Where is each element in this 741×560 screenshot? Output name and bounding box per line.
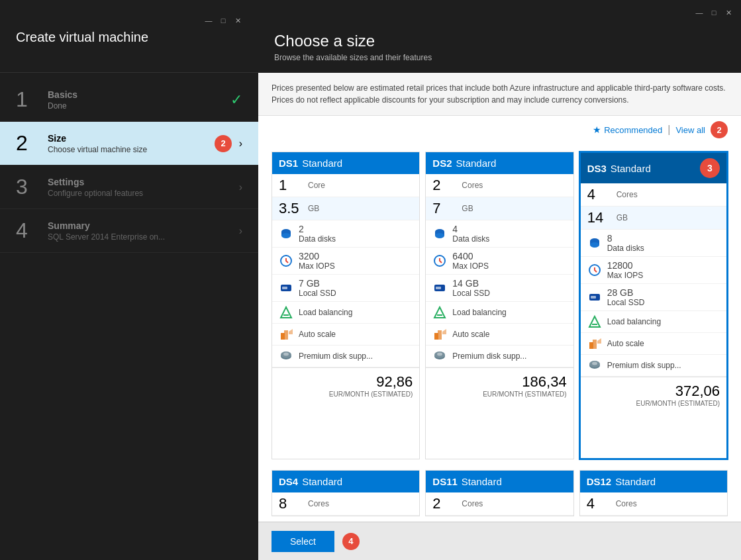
recommended-bar: ★ Recommended | View all 2 xyxy=(258,116,741,144)
svg-point-15 xyxy=(435,233,444,238)
ds11-tier: Standard xyxy=(462,476,502,487)
ds3-scale-label: Auto scale xyxy=(607,339,644,348)
ds2-price: 186,34 EUR/MONTH (ESTIMATED) xyxy=(426,367,573,403)
ds3-ssd-val: 28 GB xyxy=(607,287,645,298)
vm-card-ds1[interactable]: DS1 Standard 1 Core 3.5 GB 2 xyxy=(272,152,420,459)
step-4-content: Summary SQL Server 2014 Enterprise on... xyxy=(48,220,239,242)
ds2-iops-val: 6400 xyxy=(452,251,489,261)
ds1-datadisks-val: 2 xyxy=(299,224,336,234)
step-1-basics[interactable]: 1 Basics Done ✓ xyxy=(0,78,258,122)
ds1-iops-row: 3200 Max IOPS xyxy=(272,248,419,275)
step-3-content: Settings Configure optional features xyxy=(48,177,239,198)
ds2-ssd-row: 14 GB Local SSD xyxy=(426,275,573,302)
step-2-number: 2 xyxy=(16,131,42,156)
page-subtitle: Browse the available sizes and their fea… xyxy=(274,53,725,62)
step-2-badge: 2 xyxy=(215,135,232,152)
vm-card-ds3-header: DS3 Standard 3 xyxy=(581,153,726,183)
step-3-settings[interactable]: 3 Settings Configure optional features › xyxy=(0,165,258,209)
vm-card-ds3[interactable]: DS3 Standard 3 4 Cores 14 GB xyxy=(579,152,728,459)
ds2-iops-label: Max IOPS xyxy=(452,261,489,271)
ds3-lb-label: Load balancing xyxy=(607,317,661,326)
ds1-disk-label: Premium disk supp... xyxy=(299,351,373,361)
svg-rect-18 xyxy=(436,287,441,289)
separator: | xyxy=(667,124,670,136)
ds3-iops-label: Max IOPS xyxy=(607,271,644,280)
badge-3: 3 xyxy=(700,158,720,178)
data-disks-icon-3 xyxy=(587,236,602,250)
step-2-subtitle: Choose virtual machine size xyxy=(48,145,234,154)
ds12-tier: Standard xyxy=(615,476,656,487)
ds3-disk-row: Premium disk supp... xyxy=(581,355,726,377)
ds1-gb-label: GB xyxy=(308,204,319,213)
ds2-tier: Standard xyxy=(456,158,497,169)
right-close-button[interactable]: ✕ xyxy=(724,8,733,17)
data-disks-icon xyxy=(279,226,293,241)
bottom-cards-grid: DS4 Standard 8 Cores DS11 Standard 2 Cor… xyxy=(258,467,741,522)
ds2-datadisks-row: 4 Data disks xyxy=(426,220,573,248)
vm-card-ds11[interactable]: DS11 Standard 2 Cores xyxy=(425,470,573,516)
ds3-cores-val: 4 xyxy=(587,186,613,203)
data-disks-icon-2 xyxy=(432,226,447,241)
step-4-arrow: › xyxy=(239,225,242,237)
ds1-lb-label: Load balancing xyxy=(299,308,352,317)
right-minimize-button[interactable]: — xyxy=(695,8,704,17)
maximize-button[interactable]: □ xyxy=(219,16,228,25)
vm-card-ds4[interactable]: DS4 Standard 8 Cores xyxy=(272,470,420,516)
ds1-cores-label: Core xyxy=(308,181,325,190)
right-maximize-button[interactable]: □ xyxy=(709,8,718,17)
left-panel: Create virtual machine — □ ✕ 1 Basics Do… xyxy=(0,0,258,560)
ds2-gb-val: 7 xyxy=(432,200,458,217)
svg-point-38 xyxy=(592,362,597,365)
select-button[interactable]: Select xyxy=(272,531,334,552)
svg-rect-9 xyxy=(284,330,288,340)
ds3-iops-row: 12800 Max IOPS xyxy=(581,257,726,284)
ds3-iops-val: 12800 xyxy=(607,260,644,271)
svg-point-25 xyxy=(437,353,442,356)
ds2-cores-label: Cores xyxy=(462,181,483,190)
vm-card-ds12[interactable]: DS12 Standard 4 Cores xyxy=(579,470,728,516)
step-3-number: 3 xyxy=(16,175,42,199)
ds4-tier: Standard xyxy=(302,476,342,487)
ds2-id: DS2 xyxy=(432,158,452,169)
right-content: Prices presented below are estimated ret… xyxy=(258,73,741,522)
ds3-datadisks-row: 8 Data disks xyxy=(581,230,726,257)
vm-card-ds2-header: DS2 Standard xyxy=(426,152,573,174)
ds4-cores-row: 8 Cores xyxy=(272,492,419,516)
info-text: Prices presented below are estimated ret… xyxy=(272,83,726,105)
steps-list: 1 Basics Done ✓ 2 Size Choose virtual ma… xyxy=(0,73,258,560)
badge-4: 4 xyxy=(342,533,360,550)
vm-card-ds11-header: DS11 Standard xyxy=(426,471,573,492)
ds1-ssd-val: 7 GB xyxy=(299,278,336,289)
ds3-gb-val: 14 xyxy=(587,209,613,226)
view-all-button[interactable]: View all xyxy=(675,125,705,135)
bottom-bar: Select 4 xyxy=(258,522,741,560)
step-1-content: Basics Done xyxy=(48,89,230,111)
ds1-gb-val: 3.5 xyxy=(279,200,304,217)
step-2-size[interactable]: 2 Size Choose virtual machine size 2 › xyxy=(0,122,258,165)
svg-rect-22 xyxy=(438,330,442,340)
ds11-cores-label: Cores xyxy=(462,499,483,508)
ds4-cores-label: Cores xyxy=(308,499,329,508)
minimize-button[interactable]: — xyxy=(204,16,213,25)
step-4-number: 4 xyxy=(16,218,42,243)
right-window-controls: — □ ✕ xyxy=(695,8,733,17)
vm-card-ds12-header: DS12 Standard xyxy=(580,471,727,492)
iops-icon xyxy=(279,254,293,268)
ds11-cores-val: 2 xyxy=(432,495,458,512)
autoscale-icon-2 xyxy=(432,327,447,342)
ds1-gb-row: 3.5 GB xyxy=(272,197,419,220)
ssd-icon-2 xyxy=(432,281,447,295)
right-header: — □ ✕ Choose a size Browse the available… xyxy=(258,0,741,73)
ds2-lb-row: Load balancing xyxy=(426,302,573,324)
ds11-id: DS11 xyxy=(432,476,458,487)
ds2-scale-label: Auto scale xyxy=(452,330,489,339)
ds2-price-unit: EUR/MONTH (ESTIMATED) xyxy=(432,391,566,398)
vm-card-ds2[interactable]: DS2 Standard 2 Cores 7 GB 4 xyxy=(425,152,573,459)
ds1-tier: Standard xyxy=(302,158,342,169)
ds3-ssd-label: Local SSD xyxy=(607,298,645,307)
ds1-disk-row: Premium disk supp... xyxy=(272,346,419,367)
step-4-summary[interactable]: 4 Summary SQL Server 2014 Enterprise on.… xyxy=(0,209,258,253)
close-button[interactable]: ✕ xyxy=(233,16,242,25)
ds1-price-amount: 92,86 xyxy=(376,373,413,390)
svg-rect-35 xyxy=(593,340,597,349)
